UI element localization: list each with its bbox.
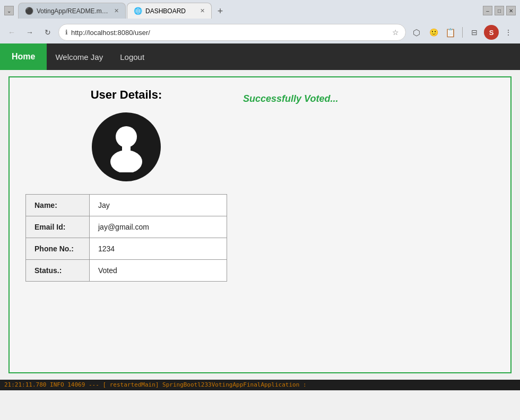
minimize-button[interactable]: – (483, 6, 492, 15)
main-content: User Details: (8, 76, 512, 373)
welcome-nav-item: Welcome Jay (47, 52, 111, 62)
refresh-button[interactable]: ↻ (40, 25, 55, 40)
welcome-label: Welcome Jay (55, 52, 103, 62)
svg-point-0 (116, 126, 137, 147)
table-cell-value: Voted (90, 260, 227, 282)
svg-point-1 (110, 150, 142, 172)
left-panel: User Details: (20, 88, 232, 282)
forward-button[interactable]: → (22, 25, 37, 40)
clipboard-icon[interactable]: 📋 (443, 25, 458, 40)
table-cell-label: Status.: (26, 260, 90, 282)
new-tab-button[interactable]: + (213, 4, 228, 19)
tab-github-label: VotingApp/README.md at mas (37, 7, 111, 15)
avatar-container (20, 112, 232, 181)
tab-dashboard-label: DASHBOARD (145, 7, 186, 15)
close-button[interactable]: ✕ (506, 6, 516, 15)
svg-rect-2 (122, 145, 131, 153)
navbar: Home Welcome Jay Logout (0, 43, 520, 70)
tab-github-close[interactable]: ✕ (114, 7, 119, 14)
url-text: http://localhost:8080/user/ (71, 29, 389, 37)
avatar (92, 112, 161, 181)
maximize-button[interactable]: □ (495, 6, 504, 15)
table-cell-value: Jay (90, 195, 227, 216)
logout-label: Logout (120, 52, 144, 62)
bookmark-icon: ☆ (392, 28, 399, 37)
home-nav-item[interactable]: Home (0, 43, 47, 70)
tab-dashboard[interactable]: 🌐 DASHBOARD ✕ (127, 3, 212, 19)
extensions-icon[interactable]: ⬡ (409, 25, 424, 40)
scroll-down-btn[interactable]: ⌄ (4, 6, 14, 15)
github-icon: ⚫ (25, 7, 33, 15)
table-cell-label: Name: (26, 195, 90, 216)
sidebar-toggle-icon[interactable]: ⊟ (467, 25, 482, 40)
home-label: Home (12, 52, 35, 62)
smiley-icon[interactable]: 🙂 (426, 25, 441, 40)
user-details-table: Name:JayEmail Id:jay@gmail.comPhone No.:… (25, 194, 227, 282)
page-title: User Details: (20, 88, 232, 102)
globe-icon: 🌐 (134, 7, 142, 15)
console-text: 21:21:11.780 INFO 14069 --- [ restartedM… (4, 381, 307, 388)
info-icon: ℹ (65, 29, 68, 36)
table-cell-value: 1234 (90, 238, 227, 260)
tab-github[interactable]: ⚫ VotingApp/README.md at mas ✕ (18, 3, 126, 19)
table-cell-label: Phone No.: (26, 238, 90, 260)
success-message: Successfully Voted... (243, 93, 338, 104)
back-button[interactable]: ← (4, 25, 19, 40)
table-cell-value: jay@gmail.com (90, 216, 227, 238)
table-row: Phone No.:1234 (26, 238, 227, 260)
table-row: Email Id:jay@gmail.com (26, 216, 227, 238)
right-panel: Successfully Voted... (243, 88, 500, 282)
logout-nav-item[interactable]: Logout (111, 52, 153, 62)
table-row: Status.:Voted (26, 260, 227, 282)
console-bar: 21:21:11.780 INFO 14069 --- [ restartedM… (0, 380, 520, 390)
profile-button[interactable]: S (484, 25, 499, 40)
table-row: Name:Jay (26, 195, 227, 216)
menu-icon[interactable]: ⋮ (501, 25, 516, 40)
table-cell-label: Email Id: (26, 216, 90, 238)
avatar-svg (102, 122, 150, 172)
tab-dashboard-close[interactable]: ✕ (200, 7, 205, 14)
url-bar[interactable]: ℹ http://localhost:8080/user/ ☆ (58, 24, 406, 41)
